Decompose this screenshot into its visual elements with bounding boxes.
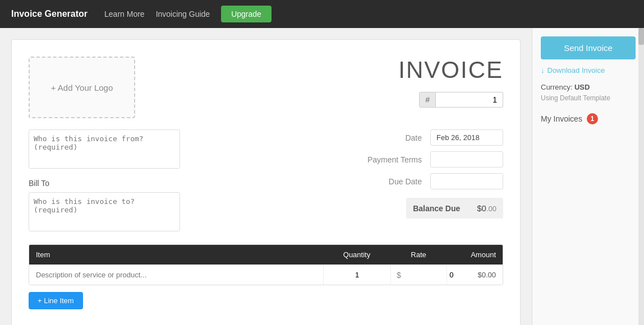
right-fields: Date Payment Terms Due Date Balance Due [197, 129, 503, 219]
download-arrow-icon: ↓ [541, 66, 545, 75]
logo-upload-area[interactable]: + Add Your Logo [29, 57, 135, 118]
balance-decimal: .00 [486, 205, 496, 213]
th-amount: Amount [447, 245, 503, 264]
invoice-title-section: INVOICE # [398, 57, 503, 108]
template-text: Using Default Template [541, 94, 636, 102]
add-line-item-button[interactable]: + Line Item [29, 292, 83, 309]
left-fields: Bill To [29, 129, 197, 233]
my-invoices-label: My Invoices [541, 114, 582, 123]
due-date-input[interactable] [430, 173, 503, 189]
date-label: Date [355, 133, 422, 142]
balance-integer: $0 [477, 203, 486, 213]
due-date-field-row: Due Date [355, 173, 503, 189]
hash-badge: # [419, 92, 436, 108]
th-quantity: Quantity [323, 245, 390, 264]
payment-terms-label: Payment Terms [355, 155, 422, 164]
invoice-header-row: + Add Your Logo INVOICE # [29, 57, 503, 118]
rate-dollar-sign: $ [391, 271, 401, 280]
download-invoice-button[interactable]: ↓ Download Invoice [541, 66, 605, 75]
invoice-number-row: # [398, 92, 503, 108]
my-invoices-count-badge: 1 [587, 113, 598, 124]
balance-due-row: Balance Due $0.00 [406, 198, 503, 219]
td-rate: $ [390, 265, 447, 285]
balance-due-value: $0.00 [477, 203, 496, 213]
date-field-row: Date [355, 129, 503, 146]
td-quantity [323, 265, 390, 285]
brand-title: Invoice Generator [11, 9, 88, 19]
quantity-input[interactable] [324, 265, 390, 285]
th-item: Item [29, 245, 323, 264]
invoice-number-input[interactable] [436, 92, 503, 108]
invoicing-guide-link[interactable]: Invoicing Guide [156, 10, 210, 18]
currency-text: Currency: USD [541, 83, 636, 91]
navbar: Invoice Generator Learn More Invoicing G… [0, 0, 644, 28]
due-date-label: Due Date [355, 177, 422, 186]
left-panel: + Add Your Logo INVOICE # Bill To [0, 28, 532, 325]
main-layout: + Add Your Logo INVOICE # Bill To [0, 28, 644, 325]
invoice-card: + Add Your Logo INVOICE # Bill To [11, 39, 521, 325]
scrollbar-thumb[interactable] [638, 28, 644, 45]
scrollbar-track [638, 28, 644, 325]
invoice-title: INVOICE [398, 57, 503, 83]
invoice-fields-row: Bill To Date Payment Terms Due Date [29, 129, 503, 233]
upgrade-button[interactable]: Upgrade [221, 6, 272, 22]
item-description-input[interactable] [29, 265, 323, 285]
learn-more-link[interactable]: Learn More [104, 10, 145, 18]
date-input[interactable] [430, 129, 503, 146]
right-panel: Send Invoice ↓ Download Invoice Currency… [532, 28, 644, 325]
payment-terms-input[interactable] [430, 151, 503, 168]
th-rate: Rate [390, 245, 447, 264]
td-item [29, 265, 323, 285]
line-items-table: Item Quantity Rate Amount $ [29, 244, 503, 285]
balance-due-label: Balance Due [413, 204, 460, 213]
bill-to-label: Bill To [29, 179, 197, 188]
table-row: $ $0.00 [29, 264, 503, 285]
bill-to-textarea[interactable] [29, 192, 180, 231]
logo-placeholder-text: + Add Your Logo [51, 83, 113, 92]
send-invoice-button[interactable]: Send Invoice [541, 36, 636, 59]
from-textarea[interactable] [29, 129, 180, 169]
my-invoices-row: My Invoices 1 [541, 113, 636, 124]
download-invoice-label: Download Invoice [548, 66, 605, 75]
td-amount: $0.00 [447, 265, 503, 285]
payment-terms-field-row: Payment Terms [355, 151, 503, 168]
table-header: Item Quantity Rate Amount [29, 245, 503, 264]
